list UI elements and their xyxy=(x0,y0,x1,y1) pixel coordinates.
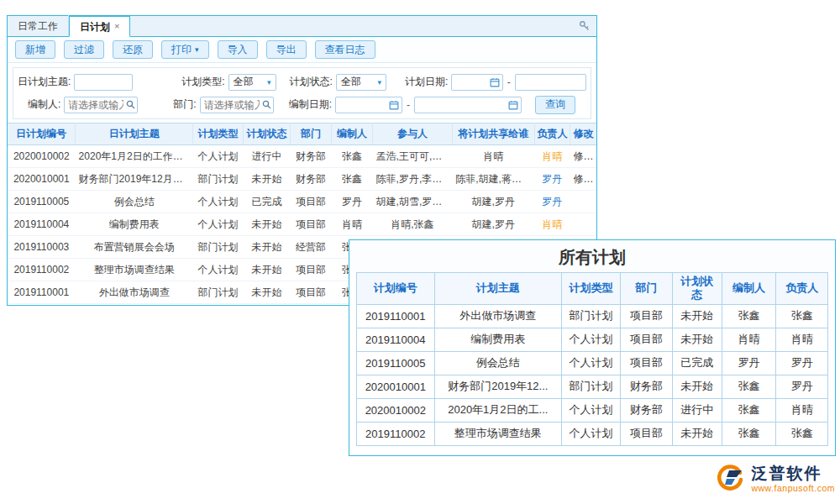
cell-id[interactable]: 2020010001 xyxy=(8,168,76,191)
cell-subject[interactable]: 2020年1月2日的工作日... xyxy=(76,145,193,168)
cell-subject: 整理市场调查结果 xyxy=(434,422,561,445)
daily-plan-row[interactable]: 2020010001财务部门2019年12月的...部门计划未开始财务部张鑫陈菲… xyxy=(8,168,596,191)
key-icon[interactable] xyxy=(579,20,591,34)
cell-creator: 张鑫 xyxy=(332,168,373,191)
new-button[interactable]: 新增 xyxy=(15,40,55,59)
cell-type: 部门计划 xyxy=(193,281,244,304)
subject-input[interactable] xyxy=(74,74,133,91)
cell-owner[interactable]: 罗丹 xyxy=(534,191,570,213)
all-plans-column-header: 计划类型 xyxy=(562,273,621,305)
cell-dept: 项目部 xyxy=(290,281,331,304)
cell-dept: 项目部 xyxy=(621,351,673,375)
main-column-header[interactable]: 计划状态 xyxy=(243,123,290,145)
main-column-header[interactable]: 将计划共享给谁 xyxy=(452,123,534,145)
cell-status: 未开始 xyxy=(243,281,290,304)
calendar-icon[interactable] xyxy=(508,100,518,110)
cell-id[interactable]: 2019110002 xyxy=(8,259,76,281)
main-column-header[interactable]: 日计划主题 xyxy=(76,123,193,145)
cell-id[interactable]: 2019110003 xyxy=(8,236,76,259)
main-column-header[interactable]: 参与人 xyxy=(373,123,453,145)
chevron-down-icon: ▾ xyxy=(195,45,199,54)
cell-owner: 罗丹 xyxy=(776,351,828,375)
print-button[interactable]: 打印 ▾ xyxy=(161,40,209,59)
main-column-header[interactable]: 部门 xyxy=(290,123,331,145)
all-plans-column-header: 编制人 xyxy=(722,273,776,305)
plan-date-from-input[interactable] xyxy=(451,74,502,91)
plan-type-select[interactable]: 全部 ▾ xyxy=(228,74,276,91)
daily-plan-row[interactable]: 20200100022020年1月2日的工作日...个人计划进行中财务部张鑫孟浩… xyxy=(8,145,596,168)
dept-label: 部门: xyxy=(173,97,196,112)
cell-id[interactable]: 2019110005 xyxy=(8,191,76,213)
plan-status-select[interactable]: 全部 ▾ xyxy=(336,74,386,91)
cell-owner[interactable]: 罗丹 xyxy=(534,168,570,191)
main-column-header[interactable]: 计划类型 xyxy=(193,123,244,145)
view-log-button[interactable]: 查看日志 xyxy=(315,40,375,59)
daily-plan-row[interactable]: 2019110005例会总结个人计划已完成项目部罗丹胡建,胡雪,罗丹,任晓...… xyxy=(8,191,596,213)
cell-edit[interactable]: 修改 xyxy=(570,145,596,168)
all-plans-row[interactable]: 2019110001外出做市场调查部门计划项目部未开始张鑫张鑫 xyxy=(357,304,828,328)
all-plans-column-header: 计划主题 xyxy=(434,273,561,305)
cell-subject: 例会总结 xyxy=(434,351,561,375)
cell-participants: 陈菲,罗丹,李若若,罗... xyxy=(373,168,453,191)
cell-edit[interactable]: 修改 xyxy=(570,168,596,191)
search-icon[interactable] xyxy=(262,100,271,109)
brand-url[interactable]: www.fanpusoft.com xyxy=(751,483,835,493)
cell-id[interactable]: 2019110001 xyxy=(8,281,76,304)
cell-owner: 肖晴 xyxy=(776,398,828,422)
filter-button[interactable]: 过滤 xyxy=(64,40,104,59)
cell-subject[interactable]: 整理市场调查结果 xyxy=(76,259,193,281)
cell-owner[interactable]: 肖晴 xyxy=(534,145,570,168)
main-column-header[interactable]: 修改 xyxy=(570,123,596,145)
restore-button[interactable]: 还原 xyxy=(113,40,153,59)
cell-subject: 外出做市场调查 xyxy=(434,304,561,328)
cell-id[interactable]: 2019110004 xyxy=(8,213,76,236)
all-plans-row[interactable]: 2019110004编制费用表个人计划项目部未开始肖晴肖晴 xyxy=(357,328,828,351)
main-column-header[interactable]: 负责人 xyxy=(534,123,570,145)
cell-status: 进行中 xyxy=(672,398,722,422)
close-tab-icon[interactable]: × xyxy=(114,22,119,31)
cell-owner[interactable]: 肖晴 xyxy=(534,213,570,236)
search-icon[interactable] xyxy=(126,100,135,109)
compile-date-to-input[interactable] xyxy=(414,97,522,113)
filter-area: 日计划主题: 计划类型: 全部 ▾ 计划状态: 全部 ▾ 计划日期: - 编制人… xyxy=(13,67,591,119)
daily-plan-row[interactable]: 2019110004编制费用表个人计划未开始项目部肖晴肖晴,张鑫胡建,罗丹肖晴 xyxy=(8,213,596,236)
cell-id: 2020010001 xyxy=(357,375,435,398)
all-plans-row[interactable]: 2019110002整理市场调查结果个人计划项目部未开始张鑫张鑫 xyxy=(357,422,828,445)
all-plans-row[interactable]: 2019110005例会总结个人计划项目部已完成罗丹罗丹 xyxy=(357,351,828,375)
tab-daily-plan[interactable]: 日计划 × xyxy=(69,16,130,37)
main-column-header[interactable]: 日计划编号 xyxy=(8,123,76,145)
cell-type: 个人计划 xyxy=(193,213,244,236)
toolbar: 新增 过滤 还原 打印 ▾ 导入 导出 查看日志 xyxy=(8,37,596,63)
plan-status-label: 计划状态: xyxy=(290,75,333,89)
cell-type: 个人计划 xyxy=(562,398,621,422)
all-plans-title: 所有计划 xyxy=(349,240,835,272)
cell-subject[interactable]: 外出做市场调查 xyxy=(76,281,193,304)
all-plans-header-row: 计划编号计划主题计划类型部门计划状态编制人负责人 xyxy=(357,273,828,305)
plan-date-to-input[interactable] xyxy=(515,74,586,91)
export-button[interactable]: 导出 xyxy=(266,40,307,59)
cell-dept: 项目部 xyxy=(621,422,673,445)
calendar-icon[interactable] xyxy=(389,100,399,110)
query-button[interactable]: 查询 xyxy=(535,96,575,114)
cell-participants: 胡建,胡雪,罗丹,任晓... xyxy=(373,191,453,213)
all-plans-row[interactable]: 2020010001财务部门2019年12...部门计划财务部未开始张鑫罗丹 xyxy=(357,375,828,398)
cell-status: 未开始 xyxy=(243,259,290,281)
all-plans-row[interactable]: 20200100022020年1月2日的工...个人计划财务部进行中张鑫肖晴 xyxy=(357,398,828,422)
cell-type: 个人计划 xyxy=(562,328,621,351)
compile-date-from-input[interactable] xyxy=(335,97,402,113)
cell-id: 2019110005 xyxy=(357,351,435,375)
date-range-separator: - xyxy=(407,99,410,111)
cell-subject[interactable]: 例会总结 xyxy=(76,191,193,213)
import-button[interactable]: 导入 xyxy=(218,40,258,59)
calendar-icon[interactable] xyxy=(490,77,500,87)
main-column-header[interactable]: 编制人 xyxy=(332,123,373,145)
cell-subject[interactable]: 布置营销展会会场 xyxy=(76,236,193,259)
cell-subject[interactable]: 财务部门2019年12月的... xyxy=(76,168,193,191)
cell-id[interactable]: 2020010002 xyxy=(8,145,76,168)
cell-owner: 张鑫 xyxy=(776,304,828,328)
plan-status-value: 全部 xyxy=(341,75,361,89)
tab-daily-work[interactable]: 日常工作 xyxy=(8,15,69,36)
cell-share: 陈菲,胡建,蒋德帆,... xyxy=(452,168,534,191)
cell-participants: 肖晴,张鑫 xyxy=(373,213,453,236)
cell-subject[interactable]: 编制费用表 xyxy=(76,213,193,236)
